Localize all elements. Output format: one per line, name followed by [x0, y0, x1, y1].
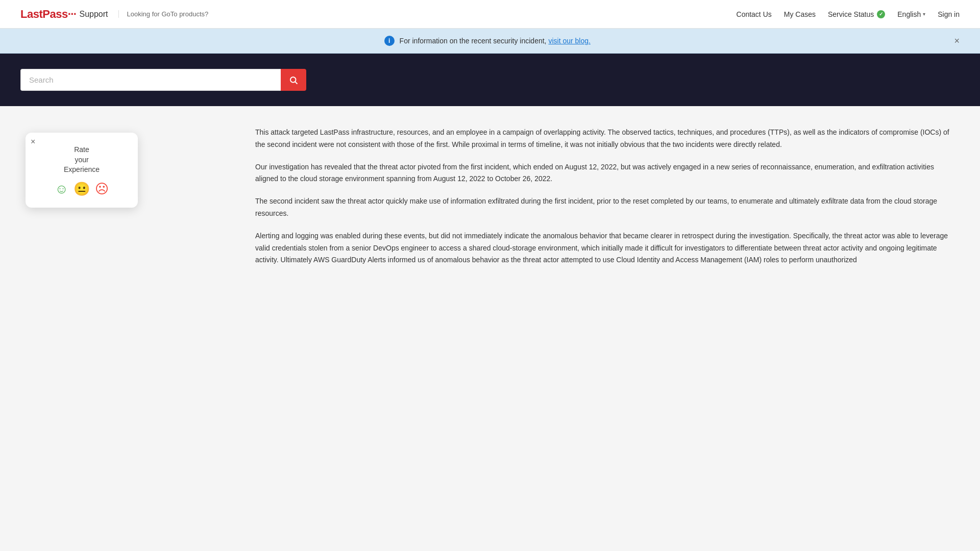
svg-line-1 — [295, 82, 297, 84]
article-paragraph-4: Alerting and logging was enabled during … — [255, 230, 949, 266]
sign-in-button[interactable]: Sign in — [938, 10, 960, 18]
feedback-widget: × Rate your Experience ☺ 😐 ☹ — [26, 133, 138, 208]
article-paragraph-2: Our investigation has revealed that the … — [255, 161, 949, 186]
status-indicator-icon — [877, 10, 885, 18]
search-button[interactable] — [281, 69, 306, 91]
service-status-label: Service Status — [828, 10, 874, 18]
search-icon — [289, 76, 298, 85]
banner-text: For information on the recent security i… — [400, 37, 591, 45]
neutral-rating-button[interactable]: 😐 — [74, 182, 90, 195]
search-section — [0, 54, 980, 106]
svg-point-0 — [290, 77, 296, 83]
right-panel: This attack targeted LastPass infrastruc… — [245, 127, 960, 277]
search-container — [20, 69, 306, 91]
chevron-down-icon: ▾ — [923, 11, 925, 17]
article-paragraph-3: The second incident saw the threat actor… — [255, 195, 949, 220]
site-header: LastPass··· Support Looking for GoTo pro… — [0, 0, 980, 29]
article-paragraph-1: This attack targeted LastPass infrastruc… — [255, 127, 949, 151]
blog-link[interactable]: visit our blog. — [548, 37, 590, 45]
feedback-emojis: ☺ 😐 ☹ — [41, 182, 122, 195]
support-label: Support — [79, 10, 108, 19]
happy-rating-button[interactable]: ☺ — [55, 182, 68, 195]
language-selector[interactable]: English ▾ — [897, 10, 925, 18]
banner-close-button[interactable]: × — [954, 36, 960, 45]
service-status-link[interactable]: Service Status — [828, 10, 885, 18]
search-input[interactable] — [20, 69, 281, 91]
header-left: LastPass··· Support Looking for GoTo pro… — [20, 8, 208, 21]
logo: LastPass··· — [20, 8, 76, 21]
layout-wrapper: This attack targeted LastPass infrastruc… — [20, 116, 960, 287]
feedback-close-button[interactable]: × — [31, 138, 35, 146]
logo-dots: ··· — [68, 8, 77, 20]
goto-products-link[interactable]: Looking for GoTo products? — [118, 10, 209, 18]
main-content: This attack targeted LastPass infrastruc… — [0, 106, 980, 297]
logo-container[interactable]: LastPass··· Support — [20, 8, 108, 21]
banner-content: i For information on the recent security… — [20, 36, 954, 46]
info-icon: i — [384, 36, 395, 46]
sad-rating-button[interactable]: ☹ — [95, 182, 109, 195]
info-banner: i For information on the recent security… — [0, 29, 980, 54]
language-label: English — [897, 10, 921, 18]
contact-us-link[interactable]: Contact Us — [737, 10, 772, 18]
header-nav: Contact Us My Cases Service Status Engli… — [737, 10, 960, 18]
feedback-title: Rate your Experience — [41, 145, 122, 175]
my-cases-link[interactable]: My Cases — [784, 10, 816, 18]
